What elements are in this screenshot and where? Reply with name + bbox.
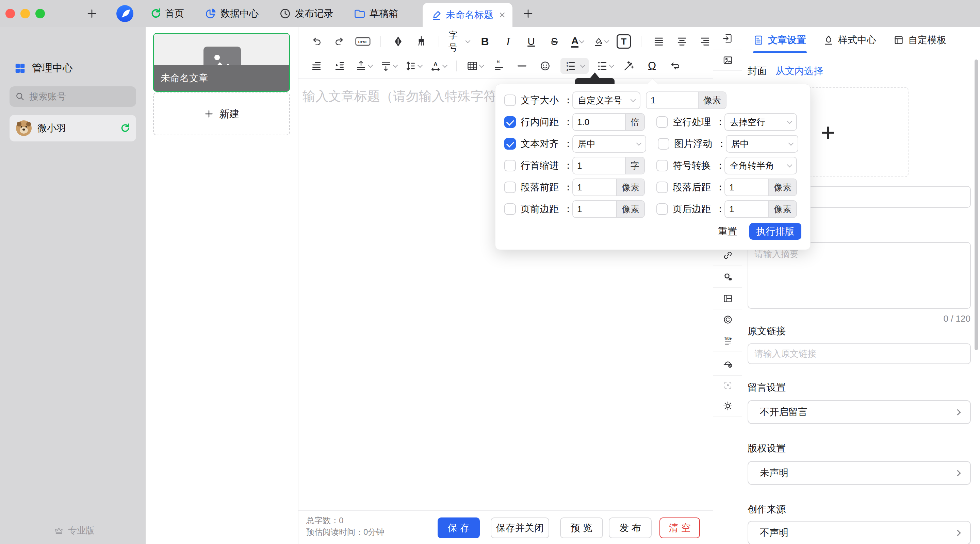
apply-typeset-button[interactable]: 执行排版 <box>749 223 801 240</box>
align-right-button[interactable] <box>697 34 713 49</box>
scrollbar[interactable] <box>975 60 978 350</box>
zoom-window-button[interactable] <box>35 9 45 18</box>
scan-button[interactable] <box>713 376 742 395</box>
new-tab-button-right[interactable] <box>521 7 535 21</box>
text-align-checkbox[interactable] <box>504 138 516 150</box>
highlight-color-dropdown[interactable] <box>593 34 608 49</box>
account-item[interactable]: 微小羽 <box>10 115 136 141</box>
minimize-window-button[interactable] <box>21 9 30 18</box>
insert-image-button[interactable] <box>713 50 742 71</box>
emoji-button[interactable] <box>537 58 553 74</box>
ordered-list-dropdown[interactable]: 123 <box>560 58 589 74</box>
close-window-button[interactable] <box>5 9 15 18</box>
sync-icon[interactable] <box>119 123 130 133</box>
bold-button[interactable]: B <box>477 34 493 49</box>
redo-button[interactable] <box>332 34 347 49</box>
special-char-button[interactable]: Ω <box>644 58 660 74</box>
format-painter-button[interactable] <box>390 34 406 49</box>
line-spacing-input[interactable] <box>573 114 625 130</box>
find-replace-button[interactable] <box>667 58 683 74</box>
para-space-after-checkbox[interactable] <box>656 182 668 193</box>
text-box-button[interactable]: T <box>616 34 632 49</box>
new-article-button[interactable]: 新建 <box>153 92 290 135</box>
blockquote-button[interactable]: “ <box>491 58 507 74</box>
pro-version-badge[interactable]: 专业版 <box>54 525 95 536</box>
indent-button[interactable] <box>332 58 347 74</box>
strikethrough-button[interactable]: S <box>546 34 562 49</box>
settings-button[interactable] <box>713 395 742 417</box>
clear-format-button[interactable] <box>414 34 429 49</box>
draft-card-selected[interactable]: 未命名文章 <box>153 33 290 92</box>
tab-custom-template[interactable]: 自定模板 <box>893 34 946 47</box>
new-article-label: 新建 <box>219 107 240 121</box>
tab-home[interactable]: 首页 <box>149 7 184 20</box>
symbol-convert-checkbox[interactable] <box>656 160 668 171</box>
line-height-dropdown[interactable] <box>404 58 422 74</box>
first-line-indent-input[interactable] <box>573 157 625 174</box>
source-link-input[interactable] <box>748 343 971 364</box>
comment-settings-selector[interactable]: 不开启留言 <box>748 400 971 424</box>
text-align-select[interactable]: 居中 <box>572 135 646 153</box>
auto-typeset-button[interactable] <box>621 58 637 74</box>
undo-button[interactable] <box>309 34 324 49</box>
first-line-indent-checkbox[interactable] <box>504 160 516 171</box>
tab-publish-history[interactable]: 发布记录 <box>279 7 333 20</box>
symbol-convert-select[interactable]: 全角转半角 <box>724 157 797 174</box>
publish-button[interactable]: 发 布 <box>609 517 652 538</box>
align-justify-button[interactable] <box>651 34 667 49</box>
image-float-checkbox[interactable] <box>658 138 669 150</box>
close-icon[interactable] <box>498 11 506 19</box>
save-and-close-button[interactable]: 保存并关闭 <box>491 517 549 538</box>
import-doc-button[interactable] <box>713 27 742 50</box>
italic-button[interactable]: I <box>500 34 516 49</box>
underline-button[interactable]: U <box>523 34 539 49</box>
insert-video-button[interactable] <box>713 266 742 288</box>
page-margin-before-input[interactable] <box>573 201 616 217</box>
copyright-settings-selector[interactable]: 未声明 <box>748 461 971 485</box>
tab-drafts[interactable]: 草稿箱 <box>353 7 398 20</box>
horizontal-rule-button[interactable] <box>514 58 530 74</box>
html-source-button[interactable]: HTML <box>355 34 371 49</box>
line-spacing-checkbox[interactable] <box>504 116 516 128</box>
table-dropdown[interactable] <box>466 58 484 74</box>
tab-data-center[interactable]: 数据中心 <box>205 7 259 20</box>
title-style-button[interactable]: Title <box>713 330 742 352</box>
clear-button[interactable]: 清 空 <box>659 517 700 538</box>
cover-pick-from-article-link[interactable]: 从文内选择 <box>775 65 823 78</box>
insert-layout-button[interactable] <box>713 288 742 309</box>
empty-line-checkbox[interactable] <box>656 116 668 128</box>
page-margin-after-checkbox[interactable] <box>656 203 668 215</box>
preview-button[interactable]: 预 览 <box>560 517 603 538</box>
margin-bottom-dropdown[interactable] <box>380 58 397 74</box>
tab-style-center[interactable]: 样式中心 <box>823 34 876 47</box>
para-space-before-input[interactable] <box>573 179 616 195</box>
font-size-dropdown[interactable]: 字号 <box>449 34 469 49</box>
tab-article-settings[interactable]: 文章设置 <box>753 34 806 47</box>
app-logo-icon[interactable] <box>116 5 134 22</box>
abstract-textarea[interactable] <box>748 242 971 309</box>
font-color-dropdown[interactable]: A <box>570 34 585 49</box>
creation-source-selector[interactable]: 不声明 <box>748 521 971 544</box>
indent-first-line-button[interactable] <box>309 58 324 74</box>
empty-line-select[interactable]: 去掉空行 <box>724 113 797 131</box>
para-space-before-checkbox[interactable] <box>504 182 516 193</box>
font-size-checkbox[interactable] <box>504 95 516 106</box>
font-size-value-input[interactable] <box>646 92 698 108</box>
copyright-button[interactable] <box>713 309 742 330</box>
reset-button[interactable]: 重置 <box>718 225 737 238</box>
page-margin-after-input[interactable] <box>725 201 768 217</box>
font-size-select[interactable]: 自定义字号 <box>572 92 640 109</box>
align-center-button[interactable] <box>674 34 690 49</box>
tab-untitled-active[interactable]: 未命名标题 <box>423 3 512 27</box>
account-search-box[interactable]: 搜索账号 <box>10 86 136 107</box>
new-tab-button-left[interactable] <box>85 7 99 21</box>
creation-source-value: 不声明 <box>760 526 956 539</box>
para-space-after-input[interactable] <box>725 179 768 195</box>
margin-top-dropdown[interactable] <box>355 58 372 74</box>
letter-spacing-dropdown[interactable]: A <box>430 58 447 74</box>
save-button[interactable]: 保 存 <box>438 517 480 538</box>
unordered-list-dropdown[interactable] <box>596 58 614 74</box>
original-declare-button[interactable] <box>713 352 742 376</box>
page-margin-before-checkbox[interactable] <box>504 203 516 215</box>
image-float-select[interactable]: 居中 <box>726 135 798 153</box>
